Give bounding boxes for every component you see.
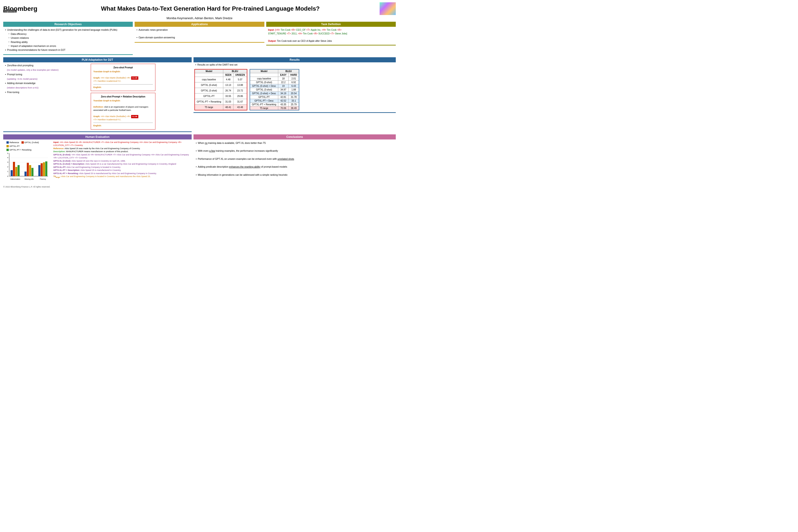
svg-rect-19: [29, 165, 31, 176]
col-easy: EASY: [278, 73, 288, 77]
svg-text:Missing info: Missing info: [24, 178, 34, 180]
results-table-1: Model BLEU SEEN UNSEEN copy baseline4.48…: [194, 69, 247, 110]
bar-chart: 0 1 2 3 4 5: [4, 152, 49, 182]
list-item: Unseen relations: [8, 36, 131, 40]
list-item: Zero/few-shot prompting: [5, 64, 86, 68]
plm-content: Zero/few-shot prompting (no model update…: [3, 62, 192, 131]
plm-sub2: (updating ~0.01 model params): [7, 77, 86, 81]
svg-rect-12: [11, 170, 13, 176]
graph-line-1: Graph: <H> Alan Martin (footballer) <R> …: [93, 76, 153, 83]
prompt-box-2-title: Zero-shot Prompt + Relation Description: [93, 95, 153, 98]
results-table-2: Model BLEU EASY HARD copy baseline182.01…: [250, 69, 300, 110]
svg-rect-24: [43, 162, 45, 176]
svg-text:1: 1: [7, 170, 8, 172]
svg-rect-22: [38, 165, 40, 176]
he-gpt3d-line: GPT2-XL (3-shot) + Description: Alvis Sp…: [53, 163, 190, 166]
definition-line: Definition: club is an organization of p…: [93, 106, 153, 112]
table-row: GPTXL (3-shot)34.971.88: [250, 88, 299, 92]
svg-text:2: 2: [7, 166, 8, 168]
list-item: Impact of adaptation mechanism on errors: [8, 44, 131, 48]
list-item: Adding domain knowledge: [5, 81, 86, 85]
svg-text:Hallucination: Hallucination: [11, 178, 20, 180]
table-row: GPTXL (0-shot)13.1313.88: [195, 82, 247, 88]
conclusions-col: Conclusions When no training data is ava…: [193, 134, 396, 184]
table-row: copy baseline182.01: [250, 77, 299, 81]
chart-area: Reference GPTXL (3-shot) GPTXL-PT G: [3, 139, 50, 184]
translate-label-1: Translate Graph to English:: [93, 70, 153, 73]
legend-reference: Reference: [6, 141, 19, 144]
applications-header: Applications: [135, 22, 264, 27]
task-definition-body: Input: [<H> Tim Cook <R> CEO_OF <T> Appl…: [266, 27, 396, 44]
graph-line-2: Graph: <H> Alan Martin (footballer) <R> …: [93, 115, 153, 121]
list-item: Open-domain question-answering: [136, 36, 262, 39]
col-hard: HARD: [288, 73, 299, 77]
he-t5-line: T5large: Alvis Car and Engineering Compa…: [53, 175, 190, 178]
col-bleu-2: BLEU: [278, 69, 299, 73]
table-row: GPTXL (3-shot)26.7423.72: [195, 88, 247, 94]
list-item: Prompt tuning: [5, 73, 86, 76]
he-gptpt-line: GPT2-XL-PT: Alvis Car and Engineering Co…: [53, 166, 190, 169]
page-title: What Makes Data-to-Text Generation Hard …: [41, 5, 380, 12]
human-evaluation-col: Human Evaluation Reference GPTXL (3-shot…: [3, 134, 192, 184]
he-gpt0-line: GPT2-XL (0-shot): <H> Alvis Speed 25 <R>…: [53, 153, 190, 159]
list-item: Automatic news generation: [136, 28, 262, 32]
table-row: GPTXL-PT33.5529.86: [195, 94, 247, 99]
prompt-box-1-title: Zero-shot Prompt: [93, 66, 153, 69]
prompt-boxes: Zero-shot Prompt Translate Graph to Engl…: [90, 62, 192, 131]
col-unseen: UNSEEN: [233, 73, 247, 77]
table-row: T5 large70.0638.49: [250, 107, 299, 110]
human-eval-descriptions: Input: <H> Alvis Speed 25 <R> MANUFACTUR…: [52, 139, 192, 184]
svg-text:5: 5: [7, 152, 8, 154]
chart-legend: Reference GPTXL (3-shot) GPTXL-PT G: [4, 141, 49, 152]
club-badge-1: CLUB: [131, 76, 138, 80]
list-item: Missing information in generations can b…: [196, 173, 394, 177]
middle-section: PLM Adaptation for D2T Zero/few-shot pro…: [3, 57, 396, 133]
human-evaluation-header: Human Evaluation: [3, 134, 192, 139]
list-item: Rewriting ability: [8, 40, 131, 44]
research-objectives-body: Understanding the challenges of data-to-…: [3, 27, 133, 54]
list-item: When no training data is available, GPT-…: [196, 141, 394, 145]
plm-sub3: (relation descriptions from a KG): [7, 86, 86, 90]
club-badge-2: CLUB: [131, 115, 138, 118]
plm-adaptation-col: PLM Adaptation for D2T Zero/few-shot pro…: [3, 57, 192, 133]
svg-rect-25: [45, 162, 48, 176]
he-gptrr-line: GPT2-XL-PT + Reranking: Alvis Speed 25 i…: [53, 172, 190, 175]
results-col: Results Results on splits of the DART te…: [193, 57, 396, 133]
translate-label-2: Translate Graph to English:: [93, 99, 153, 102]
list-item: Performance of GPT-XL on unseen examples…: [196, 157, 394, 161]
applications-col: Applications Automatic news generation O…: [135, 22, 264, 55]
col-model-1: Model: [195, 69, 223, 73]
conclusions-header: Conclusions: [193, 134, 396, 139]
research-objectives-col: Research Objectives Understanding the ch…: [3, 22, 133, 55]
plm-adaptation-header: PLM Adaptation for D2T: [3, 57, 192, 62]
table-row: GPTXL-PT + Reranking43.3525.79: [250, 103, 299, 107]
table-row: GPTXL (0-shot) + Desc196.43: [250, 84, 299, 88]
list-item: Adding predicate description enhances th…: [196, 165, 394, 169]
table-row: GPTXL-PT + Reranking31.0331.67: [195, 99, 247, 104]
table-row: copy baseline4.485.07: [195, 77, 247, 82]
svg-rect-14: [15, 167, 17, 176]
header: Bloomberg Engineering What Makes Data-to…: [3, 2, 396, 15]
plm-sub1: (no model updates, only a few examples p…: [7, 68, 86, 72]
human-eval-content: Reference GPTXL (3-shot) GPTXL-PT G: [3, 139, 192, 184]
list-item: With even a few training examples, the p…: [196, 149, 394, 153]
svg-rect-15: [18, 165, 20, 176]
svg-text:Fluency: Fluency: [40, 178, 46, 180]
footer: © 2022 Bloomberg Finance L.P. All rights…: [3, 186, 396, 188]
he-gpt3-line: GPT2-XL (3-shot): Alvis Speed 25 won the…: [53, 159, 190, 163]
svg-rect-17: [24, 172, 26, 176]
english-label-2: English:: [93, 124, 153, 128]
applications-body: Automatic news generation Open-domain qu…: [135, 27, 264, 41]
authors: Moniba Keymanesh, Adrian Benton, Mark Dr…: [3, 16, 396, 20]
results-header: Results: [193, 57, 396, 62]
poster: Bloomberg Engineering What Makes Data-to…: [0, 0, 399, 190]
svg-rect-18: [27, 163, 29, 176]
list-item: Understanding the challenges of data-to-…: [5, 28, 131, 32]
results-tables: Model BLEU SEEN UNSEEN copy baseline4.48…: [193, 68, 396, 112]
he-ref-line: Reference: Alvis Speed 25 was made by th…: [53, 147, 190, 150]
legend-gptxl: GPTXL (3-shot): [21, 141, 39, 144]
list-item: Results on splits of the DART test set: [195, 63, 394, 66]
prompt-box-1: Zero-shot Prompt Translate Graph to Engl…: [91, 64, 155, 91]
svg-rect-23: [41, 163, 43, 176]
he-input-line: Input: <H> Alvis Speed 25 <R> MANUFACTUR…: [53, 141, 190, 147]
